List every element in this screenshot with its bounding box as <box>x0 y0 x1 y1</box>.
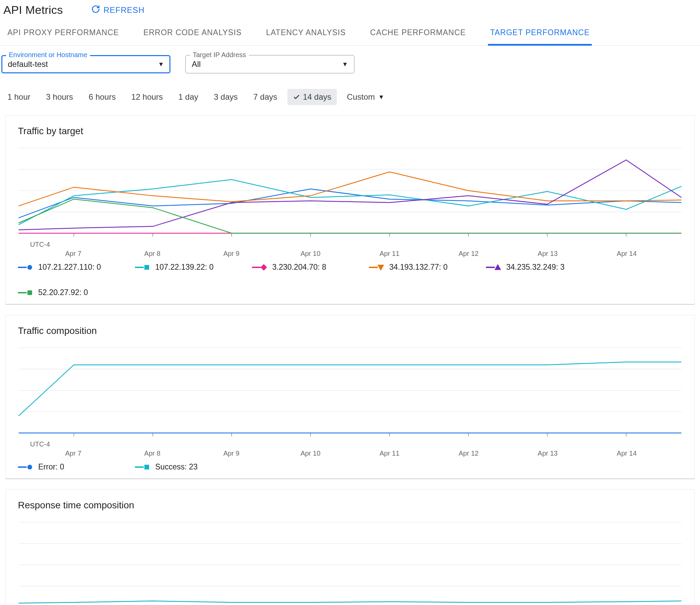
legend-label: Error: 0 <box>38 462 64 471</box>
tabs: API PROXY PERFORMANCEERROR CODE ANALYSIS… <box>0 21 700 46</box>
legend-item[interactable]: 34.193.132.77: 0 <box>369 263 474 272</box>
legend-label: 107.21.227.110: 0 <box>38 263 101 272</box>
x-tick-label: Apr 11 <box>379 450 399 457</box>
svg-rect-19 <box>27 290 32 295</box>
timezone-label: UTC-4 <box>18 241 682 248</box>
x-tick-label: Apr 11 <box>379 250 399 258</box>
time-chip-3-days[interactable]: 3 days <box>208 89 243 105</box>
legend-label: 3.230.204.70: 8 <box>272 263 326 272</box>
x-tick-label: Apr 12 <box>459 450 479 457</box>
legend-item[interactable]: 34.235.32.249: 3 <box>486 263 591 272</box>
legend-marker <box>369 264 384 270</box>
svg-point-34 <box>27 465 32 469</box>
x-tick-label: Apr 7 <box>65 450 81 457</box>
tab-api-proxy-performance[interactable]: API PROXY PERFORMANCE <box>5 21 121 45</box>
legend-item[interactable]: Error: 0 <box>18 462 123 471</box>
x-tick-label: Apr 7 <box>65 250 81 258</box>
legend-marker <box>252 264 267 270</box>
svg-marker-16 <box>261 264 267 270</box>
legend-marker <box>135 264 150 270</box>
environment-value: default-test <box>8 59 48 69</box>
legend: 107.21.227.110: 0107.22.139.22: 03.230.2… <box>6 259 694 299</box>
time-chip-1-hour[interactable]: 1 hour <box>2 89 36 105</box>
card-title: Response time composition <box>6 500 694 519</box>
x-tick-label: Apr 9 <box>223 450 239 457</box>
time-chip-14-days[interactable]: 14 days <box>287 89 337 105</box>
legend-item[interactable]: 3.230.204.70: 8 <box>252 263 357 272</box>
x-tick-label: Apr 13 <box>538 250 558 258</box>
chart-response-time-composition <box>18 519 682 605</box>
tab-target-performance[interactable]: TARGET PERFORMANCE <box>488 21 591 46</box>
card-title: Traffic composition <box>6 325 694 344</box>
page-title: API Metrics <box>3 3 63 17</box>
x-tick-label: Apr 8 <box>144 450 161 457</box>
x-tick-label: Apr 14 <box>617 250 637 258</box>
legend-marker <box>18 264 33 270</box>
svg-rect-35 <box>144 465 149 469</box>
x-tick-label: Apr 14 <box>617 450 637 457</box>
legend-marker <box>18 290 33 296</box>
x-tick-label: Apr 13 <box>538 450 558 457</box>
svg-marker-17 <box>378 265 384 270</box>
svg-marker-18 <box>495 264 501 270</box>
card-traffic-composition: Traffic composition UTC-4 Apr 7Apr 8Apr … <box>5 315 695 479</box>
legend-marker <box>135 464 150 470</box>
chevron-down-icon: ▼ <box>158 61 164 68</box>
card-response-time-composition: Response time composition UTC-4 Apr 7Apr… <box>5 489 695 605</box>
legend-marker <box>18 464 33 470</box>
time-chip-12-hours[interactable]: 12 hours <box>126 89 168 105</box>
tab-cache-performance[interactable]: CACHE PERFORMANCE <box>368 21 468 45</box>
check-icon <box>293 93 300 101</box>
legend-marker <box>486 264 501 270</box>
svg-rect-15 <box>144 265 149 270</box>
time-chip-7-days[interactable]: 7 days <box>248 89 283 105</box>
timezone-label: UTC-4 <box>18 440 682 448</box>
chart-traffic-by-target <box>18 145 682 239</box>
tab-latency-analysis[interactable]: LATENCY ANALYSIS <box>264 21 348 45</box>
x-tick-label: Apr 10 <box>301 250 321 258</box>
time-chip-6-hours[interactable]: 6 hours <box>83 89 121 105</box>
legend-label: Success: 23 <box>155 462 197 471</box>
chevron-down-icon: ▼ <box>342 61 348 68</box>
legend-label: 107.22.139.22: 0 <box>155 263 214 272</box>
x-tick-label: Apr 12 <box>459 250 479 258</box>
refresh-icon <box>91 5 100 16</box>
tab-error-code-analysis[interactable]: ERROR CODE ANALYSIS <box>141 21 244 45</box>
legend-label: 34.235.32.249: 3 <box>506 263 565 272</box>
environment-select[interactable]: Environment or Hostname default-test ▼ <box>1 55 170 73</box>
time-range-chips: 1 hour3 hours6 hours12 hours1 day3 days7… <box>0 80 700 115</box>
chart-traffic-composition <box>18 344 682 439</box>
legend-label: 52.20.27.92: 0 <box>38 288 88 297</box>
time-chip-3-hours[interactable]: 3 hours <box>41 89 78 105</box>
x-tick-label: Apr 8 <box>144 250 161 258</box>
target-ip-select[interactable]: Target IP Address All ▼ <box>185 55 354 73</box>
target-ip-label: Target IP Address <box>190 51 249 59</box>
legend-item[interactable]: 107.22.139.22: 0 <box>135 263 240 272</box>
time-chip-1-day[interactable]: 1 day <box>173 89 204 105</box>
refresh-label: REFRESH <box>103 5 145 15</box>
x-tick-label: Apr 10 <box>301 450 321 457</box>
chevron-down-icon: ▼ <box>378 94 384 101</box>
legend-item[interactable]: 52.20.27.92: 0 <box>18 288 123 297</box>
card-traffic-by-target: Traffic by target UTC-4 Apr 7Apr 8Apr 9A… <box>5 115 695 305</box>
x-tick-label: Apr 9 <box>223 250 239 258</box>
card-title: Traffic by target <box>6 126 694 145</box>
time-chip-custom[interactable]: Custom▼ <box>342 89 390 105</box>
refresh-button[interactable]: REFRESH <box>91 5 145 16</box>
legend-item[interactable]: 107.21.227.110: 0 <box>18 263 123 272</box>
target-ip-value: All <box>192 59 201 69</box>
legend: Error: 0Success: 23 <box>6 458 694 474</box>
environment-label: Environment or Hostname <box>6 51 90 59</box>
legend-item[interactable]: Success: 23 <box>135 462 240 471</box>
legend-label: 34.193.132.77: 0 <box>389 263 448 272</box>
svg-point-14 <box>27 265 32 270</box>
